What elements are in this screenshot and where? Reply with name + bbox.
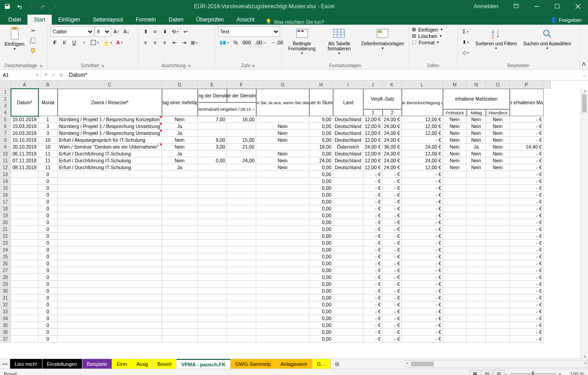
cell-F24[interactable]	[227, 246, 256, 253]
ribbon-options-icon[interactable]	[506, 0, 526, 13]
cell-P24[interactable]: - €	[510, 246, 544, 253]
col-header-J[interactable]: J	[363, 80, 383, 89]
cell-J25[interactable]: - €	[363, 253, 383, 260]
cell-O22[interactable]	[486, 233, 510, 240]
cell-C35[interactable]	[58, 322, 162, 329]
cell-D17[interactable]	[162, 198, 198, 205]
cell-H22[interactable]: 0,00	[309, 233, 333, 240]
cell-G26[interactable]	[256, 260, 309, 267]
format-cells-button[interactable]: ⬚ Format ▾	[412, 39, 442, 45]
cell-C5[interactable]: Nürnberg / Projekt 1 / Besprechung Konze…	[58, 116, 162, 123]
cell-A10[interactable]: 06.11.2018	[11, 150, 38, 157]
cell-D31[interactable]	[162, 295, 198, 301]
align-center-icon[interactable]: ≡	[151, 38, 160, 48]
cell-K15[interactable]: - €	[383, 185, 402, 192]
cell-E37[interactable]	[198, 336, 227, 343]
cell-C23[interactable]	[58, 240, 162, 246]
row-header-22[interactable]: 22	[0, 233, 11, 240]
cell-C25[interactable]	[58, 253, 162, 260]
cell-D36[interactable]	[162, 329, 198, 336]
cell-E25[interactable]	[198, 253, 227, 260]
cell-H26[interactable]: 0,00	[309, 260, 333, 267]
cell-N32[interactable]	[467, 301, 486, 308]
cell-N24[interactable]	[467, 246, 486, 253]
cell-F31[interactable]	[227, 295, 256, 301]
row-header-36[interactable]: 36	[0, 329, 11, 336]
sort-filter-button[interactable]: AZ Sortieren und Filtern▾	[473, 26, 520, 51]
row-header-5[interactable]: 5	[0, 116, 11, 123]
cell-E15[interactable]	[198, 185, 227, 192]
cell-M15[interactable]	[443, 185, 467, 192]
align-right-icon[interactable]: ≡	[160, 38, 169, 48]
cell-K16[interactable]: - €	[383, 192, 402, 198]
cell-B30[interactable]: 0	[38, 288, 58, 295]
cell-F20[interactable]	[227, 219, 256, 226]
cell-F6[interactable]	[227, 123, 256, 130]
cell-K37[interactable]: - €	[383, 336, 402, 343]
cell-M16[interactable]	[443, 192, 467, 198]
cell-N18[interactable]	[467, 205, 486, 212]
cell-C37[interactable]	[58, 336, 162, 343]
cell-E31[interactable]	[198, 295, 227, 301]
cell-D35[interactable]	[162, 322, 198, 329]
cell-I36[interactable]	[333, 329, 363, 336]
cell-L9[interactable]: 24,00 €	[402, 144, 443, 150]
cell-O5[interactable]: Nein	[486, 116, 510, 123]
row-header-27[interactable]: 27	[0, 267, 11, 274]
cell-F9[interactable]: 21,00	[227, 144, 256, 150]
font-color-button[interactable]: A	[114, 38, 124, 48]
alignment-launcher[interactable]: ⬊	[188, 64, 191, 68]
cell-D30[interactable]	[162, 288, 198, 295]
cell-A30[interactable]	[11, 288, 38, 295]
cell-K30[interactable]: - €	[383, 288, 402, 295]
cell-H13[interactable]: 0,00	[309, 171, 333, 178]
horizontal-scrollbar[interactable]: ◂ ▸	[405, 360, 588, 368]
cell-I33[interactable]	[333, 308, 363, 315]
cell-J20[interactable]: - €	[363, 219, 383, 226]
cell-A25[interactable]	[11, 253, 38, 260]
cell-D5[interactable]: Nein	[162, 116, 198, 123]
cell-B15[interactable]: 0	[38, 185, 58, 192]
cell-C19[interactable]	[58, 212, 162, 219]
cell-G30[interactable]	[256, 288, 309, 295]
cell-H17[interactable]: 0,00	[309, 198, 333, 205]
sheet-tab-einn[interactable]: Einn	[112, 359, 132, 369]
cell-J10[interactable]: 12,00 €	[363, 150, 383, 157]
sheet-tab-einstellungen[interactable]: Einstellungen	[43, 359, 82, 369]
cell-C33[interactable]	[58, 308, 162, 315]
cell-I22[interactable]	[333, 233, 363, 240]
cell-E13[interactable]	[198, 171, 227, 178]
zoom-out-button[interactable]: −	[504, 371, 507, 375]
cell-B32[interactable]: 0	[38, 301, 58, 308]
cell-B19[interactable]: 0	[38, 212, 58, 219]
cell-G33[interactable]	[256, 308, 309, 315]
cell-N19[interactable]	[467, 212, 486, 219]
cell-A18[interactable]	[11, 205, 38, 212]
cell-G11[interactable]: Nein	[256, 157, 309, 164]
cell-B9[interactable]: 10	[38, 144, 58, 150]
cell-G27[interactable]	[256, 267, 309, 274]
cell-C27[interactable]	[58, 267, 162, 274]
col-header-H[interactable]: H	[309, 80, 333, 89]
cell-I26[interactable]	[333, 260, 363, 267]
cell-J36[interactable]: - €	[363, 329, 383, 336]
cell-M33[interactable]	[443, 308, 467, 315]
cell-C22[interactable]	[58, 233, 162, 240]
cell-F18[interactable]	[227, 205, 256, 212]
cell-A17[interactable]	[11, 198, 38, 205]
row-header-18[interactable]: 18	[0, 205, 11, 212]
cell-L30[interactable]: - €	[402, 288, 443, 295]
cell-A24[interactable]	[11, 246, 38, 253]
cell-G19[interactable]	[256, 212, 309, 219]
increase-indent-icon[interactable]: ⇥	[179, 38, 189, 48]
comma-format-icon[interactable]: 000	[241, 38, 253, 48]
row-header-12[interactable]: 12	[0, 164, 11, 171]
cell-N11[interactable]: Nein	[467, 157, 486, 164]
cell-I32[interactable]	[333, 301, 363, 308]
cell-J31[interactable]: - €	[363, 295, 383, 301]
cell-K32[interactable]: - €	[383, 301, 402, 308]
row-header-4[interactable]: 4	[0, 109, 11, 116]
col-header-F[interactable]: F	[227, 80, 256, 89]
sign-in-button[interactable]: Anmelden	[466, 3, 506, 10]
decrease-indent-icon[interactable]: ⇤	[170, 38, 179, 48]
